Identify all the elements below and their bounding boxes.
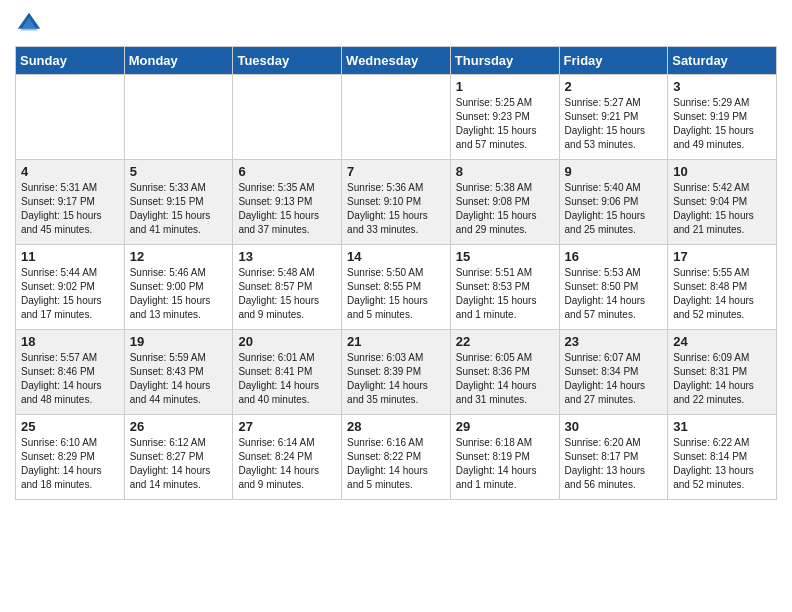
- day-cell: 24Sunrise: 6:09 AM Sunset: 8:31 PM Dayli…: [668, 330, 777, 415]
- column-header-thursday: Thursday: [450, 47, 559, 75]
- day-info: Sunrise: 5:44 AM Sunset: 9:02 PM Dayligh…: [21, 266, 119, 322]
- day-info: Sunrise: 5:57 AM Sunset: 8:46 PM Dayligh…: [21, 351, 119, 407]
- day-number: 16: [565, 249, 663, 264]
- day-cell: 28Sunrise: 6:16 AM Sunset: 8:22 PM Dayli…: [342, 415, 451, 500]
- day-number: 7: [347, 164, 445, 179]
- day-cell: 11Sunrise: 5:44 AM Sunset: 9:02 PM Dayli…: [16, 245, 125, 330]
- day-info: Sunrise: 6:10 AM Sunset: 8:29 PM Dayligh…: [21, 436, 119, 492]
- week-row-1: 1Sunrise: 5:25 AM Sunset: 9:23 PM Daylig…: [16, 75, 777, 160]
- day-cell: 8Sunrise: 5:38 AM Sunset: 9:08 PM Daylig…: [450, 160, 559, 245]
- calendar-table: SundayMondayTuesdayWednesdayThursdayFrid…: [15, 46, 777, 500]
- day-info: Sunrise: 5:33 AM Sunset: 9:15 PM Dayligh…: [130, 181, 228, 237]
- day-info: Sunrise: 6:05 AM Sunset: 8:36 PM Dayligh…: [456, 351, 554, 407]
- day-info: Sunrise: 6:18 AM Sunset: 8:19 PM Dayligh…: [456, 436, 554, 492]
- day-number: 14: [347, 249, 445, 264]
- day-number: 15: [456, 249, 554, 264]
- day-number: 4: [21, 164, 119, 179]
- week-row-3: 11Sunrise: 5:44 AM Sunset: 9:02 PM Dayli…: [16, 245, 777, 330]
- day-cell: 21Sunrise: 6:03 AM Sunset: 8:39 PM Dayli…: [342, 330, 451, 415]
- day-cell: 13Sunrise: 5:48 AM Sunset: 8:57 PM Dayli…: [233, 245, 342, 330]
- day-info: Sunrise: 6:16 AM Sunset: 8:22 PM Dayligh…: [347, 436, 445, 492]
- column-header-saturday: Saturday: [668, 47, 777, 75]
- day-info: Sunrise: 6:03 AM Sunset: 8:39 PM Dayligh…: [347, 351, 445, 407]
- day-cell: 6Sunrise: 5:35 AM Sunset: 9:13 PM Daylig…: [233, 160, 342, 245]
- day-info: Sunrise: 5:31 AM Sunset: 9:17 PM Dayligh…: [21, 181, 119, 237]
- day-cell: 29Sunrise: 6:18 AM Sunset: 8:19 PM Dayli…: [450, 415, 559, 500]
- day-info: Sunrise: 5:55 AM Sunset: 8:48 PM Dayligh…: [673, 266, 771, 322]
- day-cell: 4Sunrise: 5:31 AM Sunset: 9:17 PM Daylig…: [16, 160, 125, 245]
- day-number: 3: [673, 79, 771, 94]
- day-cell: 17Sunrise: 5:55 AM Sunset: 8:48 PM Dayli…: [668, 245, 777, 330]
- day-number: 1: [456, 79, 554, 94]
- day-info: Sunrise: 5:48 AM Sunset: 8:57 PM Dayligh…: [238, 266, 336, 322]
- day-cell: 12Sunrise: 5:46 AM Sunset: 9:00 PM Dayli…: [124, 245, 233, 330]
- day-cell: 1Sunrise: 5:25 AM Sunset: 9:23 PM Daylig…: [450, 75, 559, 160]
- day-cell: 20Sunrise: 6:01 AM Sunset: 8:41 PM Dayli…: [233, 330, 342, 415]
- day-cell: 19Sunrise: 5:59 AM Sunset: 8:43 PM Dayli…: [124, 330, 233, 415]
- day-info: Sunrise: 6:01 AM Sunset: 8:41 PM Dayligh…: [238, 351, 336, 407]
- calendar-header-row: SundayMondayTuesdayWednesdayThursdayFrid…: [16, 47, 777, 75]
- day-cell: [233, 75, 342, 160]
- day-cell: 9Sunrise: 5:40 AM Sunset: 9:06 PM Daylig…: [559, 160, 668, 245]
- day-info: Sunrise: 5:36 AM Sunset: 9:10 PM Dayligh…: [347, 181, 445, 237]
- day-cell: 3Sunrise: 5:29 AM Sunset: 9:19 PM Daylig…: [668, 75, 777, 160]
- day-number: 27: [238, 419, 336, 434]
- column-header-monday: Monday: [124, 47, 233, 75]
- column-header-tuesday: Tuesday: [233, 47, 342, 75]
- week-row-5: 25Sunrise: 6:10 AM Sunset: 8:29 PM Dayli…: [16, 415, 777, 500]
- day-number: 20: [238, 334, 336, 349]
- day-cell: 7Sunrise: 5:36 AM Sunset: 9:10 PM Daylig…: [342, 160, 451, 245]
- day-info: Sunrise: 5:53 AM Sunset: 8:50 PM Dayligh…: [565, 266, 663, 322]
- day-number: 29: [456, 419, 554, 434]
- day-cell: 27Sunrise: 6:14 AM Sunset: 8:24 PM Dayli…: [233, 415, 342, 500]
- day-cell: 18Sunrise: 5:57 AM Sunset: 8:46 PM Dayli…: [16, 330, 125, 415]
- day-cell: 10Sunrise: 5:42 AM Sunset: 9:04 PM Dayli…: [668, 160, 777, 245]
- day-info: Sunrise: 6:20 AM Sunset: 8:17 PM Dayligh…: [565, 436, 663, 492]
- day-number: 24: [673, 334, 771, 349]
- day-info: Sunrise: 5:35 AM Sunset: 9:13 PM Dayligh…: [238, 181, 336, 237]
- day-number: 8: [456, 164, 554, 179]
- day-number: 13: [238, 249, 336, 264]
- day-info: Sunrise: 5:38 AM Sunset: 9:08 PM Dayligh…: [456, 181, 554, 237]
- day-number: 5: [130, 164, 228, 179]
- day-cell: 30Sunrise: 6:20 AM Sunset: 8:17 PM Dayli…: [559, 415, 668, 500]
- day-number: 18: [21, 334, 119, 349]
- day-cell: 31Sunrise: 6:22 AM Sunset: 8:14 PM Dayli…: [668, 415, 777, 500]
- column-header-sunday: Sunday: [16, 47, 125, 75]
- day-cell: 25Sunrise: 6:10 AM Sunset: 8:29 PM Dayli…: [16, 415, 125, 500]
- day-info: Sunrise: 5:27 AM Sunset: 9:21 PM Dayligh…: [565, 96, 663, 152]
- day-info: Sunrise: 6:12 AM Sunset: 8:27 PM Dayligh…: [130, 436, 228, 492]
- day-number: 2: [565, 79, 663, 94]
- day-info: Sunrise: 5:29 AM Sunset: 9:19 PM Dayligh…: [673, 96, 771, 152]
- day-cell: [16, 75, 125, 160]
- day-cell: 5Sunrise: 5:33 AM Sunset: 9:15 PM Daylig…: [124, 160, 233, 245]
- header: [15, 10, 777, 38]
- day-info: Sunrise: 5:59 AM Sunset: 8:43 PM Dayligh…: [130, 351, 228, 407]
- day-number: 26: [130, 419, 228, 434]
- day-info: Sunrise: 6:09 AM Sunset: 8:31 PM Dayligh…: [673, 351, 771, 407]
- day-number: 12: [130, 249, 228, 264]
- day-number: 22: [456, 334, 554, 349]
- day-info: Sunrise: 5:50 AM Sunset: 8:55 PM Dayligh…: [347, 266, 445, 322]
- day-number: 10: [673, 164, 771, 179]
- day-number: 28: [347, 419, 445, 434]
- day-number: 21: [347, 334, 445, 349]
- day-cell: [342, 75, 451, 160]
- column-header-friday: Friday: [559, 47, 668, 75]
- day-cell: 2Sunrise: 5:27 AM Sunset: 9:21 PM Daylig…: [559, 75, 668, 160]
- day-number: 9: [565, 164, 663, 179]
- day-info: Sunrise: 5:46 AM Sunset: 9:00 PM Dayligh…: [130, 266, 228, 322]
- day-info: Sunrise: 5:25 AM Sunset: 9:23 PM Dayligh…: [456, 96, 554, 152]
- week-row-2: 4Sunrise: 5:31 AM Sunset: 9:17 PM Daylig…: [16, 160, 777, 245]
- day-number: 25: [21, 419, 119, 434]
- day-number: 23: [565, 334, 663, 349]
- day-number: 17: [673, 249, 771, 264]
- day-cell: 22Sunrise: 6:05 AM Sunset: 8:36 PM Dayli…: [450, 330, 559, 415]
- day-info: Sunrise: 6:07 AM Sunset: 8:34 PM Dayligh…: [565, 351, 663, 407]
- day-info: Sunrise: 5:51 AM Sunset: 8:53 PM Dayligh…: [456, 266, 554, 322]
- day-cell: [124, 75, 233, 160]
- day-number: 6: [238, 164, 336, 179]
- day-cell: 16Sunrise: 5:53 AM Sunset: 8:50 PM Dayli…: [559, 245, 668, 330]
- day-cell: 14Sunrise: 5:50 AM Sunset: 8:55 PM Dayli…: [342, 245, 451, 330]
- day-number: 11: [21, 249, 119, 264]
